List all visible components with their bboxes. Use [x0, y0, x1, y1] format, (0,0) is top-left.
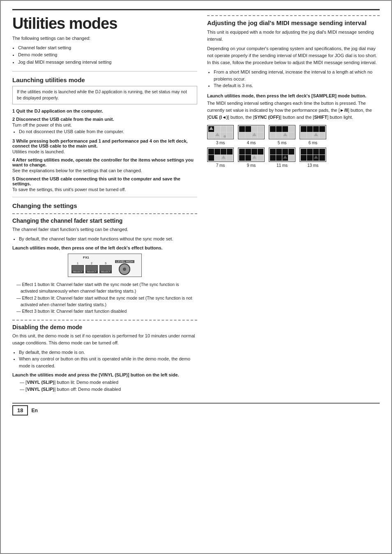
step-3-sub: Utilities mode is launched. [12, 149, 197, 154]
demo-body1: On this unit, the demo mode is set if no… [12, 332, 197, 346]
jog-bullet-1: From a short MIDI sending interval, incr… [214, 69, 380, 82]
vinyl-bold-2: VINYL (SLIP) [27, 387, 54, 392]
step-5-heading: 5 Disconnect the USB cable connecting th… [12, 176, 197, 186]
channel-fader-body: The channel fader start function's setti… [12, 226, 197, 233]
intro-list: Channel fader start setting Demo mode se… [18, 44, 197, 66]
page: Utilities modes The following settings c… [0, 0, 392, 554]
left-column: Utilities modes The following settings c… [12, 15, 197, 395]
midi-label-6ms: 6 ms [309, 141, 318, 145]
vinyl-bold-1: VINYL (SLIP) [27, 380, 54, 385]
demo-launch-heading: Launch the utilities mode and press the … [12, 372, 197, 377]
vinyl-item-1: [VINYL (SLIP)] button lit: Demo mode ena… [20, 379, 197, 386]
midi-label-13ms: 13 ms [307, 163, 318, 168]
midi-cell-3ms: 3 ms [207, 125, 234, 145]
fx-label: FX1 [71, 256, 138, 259]
footer-lang: En [31, 408, 37, 413]
step-2-bullet: Do not disconnect the USB cable from the… [19, 128, 197, 135]
step-1-heading: 1 Quit the DJ application on the compute… [12, 108, 197, 113]
launching-title: Launching utilities mode [12, 76, 197, 83]
effects-list: Effect 1 button lit: Channel fader start… [16, 281, 197, 314]
page-number: 18 [12, 405, 28, 416]
channel-fader-title: Changing the channel fader start setting [12, 217, 197, 224]
demo-bullet-1: By default, the demo mode is on. [19, 349, 197, 356]
fx-box: FX1 1 SELECT 2 [68, 254, 142, 277]
midi-label-9ms: 9 ms [247, 163, 256, 168]
jog-launch-body: The MIDI sending interval setting change… [207, 100, 380, 121]
jog-dial-title: Adjusting the jog dial's MIDI message se… [207, 19, 380, 26]
demo-title: Disabling the demo mode [12, 324, 197, 330]
step-5: 5 Disconnect the USB cable connecting th… [12, 176, 197, 192]
midi-label-4ms: 4 ms [247, 141, 256, 145]
step-5-sub: To save the settings, this unit's power … [12, 187, 197, 192]
midi-label-7ms: 7 ms [216, 163, 225, 168]
step-2-heading: 2 Disconnect the USB cable from the main… [12, 117, 197, 122]
midi-row-1: 3 ms [207, 125, 380, 145]
vinyl-list: [VINYL (SLIP)] button lit: Demo mode ena… [20, 379, 197, 393]
footer: 18 En [12, 403, 380, 416]
channel-fader-launch: Launch utilities mode, then press one of… [12, 245, 197, 250]
midi-label-3ms: 3 ms [216, 141, 225, 145]
midi-cell-13ms: 13 ms [300, 148, 326, 168]
intro-item-2: Demo mode setting [18, 51, 197, 59]
midi-cell-7ms: 7 ms [207, 148, 234, 168]
midi-cell-6ms: 6 ms [300, 125, 326, 145]
changing-title: Changing the settings [12, 202, 197, 209]
warning-text: If the utilities mode is launched while … [17, 89, 187, 101]
midi-cell-9ms: 9 ms [238, 148, 265, 168]
effect-2: Effect 2 button lit: Channel fader start… [16, 295, 197, 308]
channel-fader-bullet: By default, the channel fader start mode… [19, 235, 197, 242]
midi-cell-5ms: 5 ms [269, 125, 295, 145]
step-3: 3 While pressing both performance pad 1 … [12, 138, 197, 154]
jog-body2: Depending on your computer's operating s… [207, 45, 380, 66]
page-title: Utilities modes [12, 15, 197, 32]
demo-bullet-2: When any control or button on this unit … [19, 355, 197, 369]
step-4-heading: 4 After setting utilities mode, operate … [12, 157, 197, 167]
midi-grid: 3 ms [207, 125, 380, 168]
jog-bullet-2: The default is 3 ms. [214, 82, 380, 89]
fx-diagram: FX1 1 SELECT 2 [12, 254, 197, 277]
warning-box: If the utilities mode is launched while … [12, 86, 197, 105]
step-3-heading: 3 While pressing both performance pad 1 … [12, 138, 197, 148]
step-1: 1 Quit the DJ application on the compute… [12, 108, 197, 113]
midi-label-11ms: 11 ms [277, 163, 288, 168]
step-4-sub: See the explanations below for the setti… [12, 168, 197, 173]
intro-item-3: Jog dial MIDI message sending interval s… [18, 59, 197, 66]
jog-body1: This unit is equipped with a mode for ad… [207, 29, 380, 43]
intro-item-1: Channel fader start setting [18, 44, 197, 52]
midi-cell-11ms: 11 ms [269, 148, 295, 168]
intro-text: The following settings can be changed: [12, 35, 197, 42]
step-2: 2 Disconnect the USB cable from the main… [12, 117, 197, 135]
jog-launch-heading: Launch utilities mode, then press the le… [207, 93, 380, 98]
step-4: 4 After setting utilities mode, operate … [12, 157, 197, 173]
midi-cell-4ms: 4 ms [238, 125, 265, 145]
vinyl-item-2: [VINYL (SLIP)] button off: Demo mode dis… [20, 386, 197, 393]
midi-row-2: 7 ms [207, 148, 380, 168]
midi-label-5ms: 5 ms [278, 141, 287, 145]
effect-3: Effect 3 button lit: Channel fader start… [16, 308, 197, 314]
right-dashed-top [207, 15, 380, 16]
right-column: Adjusting the jog dial's MIDI message se… [207, 15, 380, 395]
step-2-sub: Turn off the power of this unit. [12, 122, 197, 127]
effect-1: Effect 1 button lit: Channel fader start… [16, 281, 197, 295]
